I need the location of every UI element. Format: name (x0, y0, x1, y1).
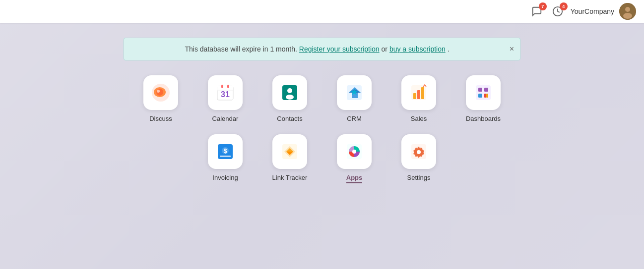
activity-icon-button[interactable]: 4 (550, 3, 566, 19)
svg-point-7 (157, 90, 160, 93)
apps-row-1: Discuss 31 Calendar (133, 75, 511, 122)
banner-close-button[interactable]: × (510, 45, 514, 53)
svg-rect-14 (227, 85, 229, 88)
discuss-badge: 7 (539, 2, 547, 10)
app-sales[interactable]: Sales (391, 75, 446, 122)
svg-point-3 (623, 13, 632, 19)
svg-rect-27 (484, 94, 486, 98)
app-crm[interactable]: CRM (327, 75, 382, 122)
settings-app-label: Settings (407, 174, 431, 181)
settings-app-icon (401, 134, 436, 169)
svg-rect-21 (417, 90, 420, 99)
apps-container: Discuss 31 Calendar (0, 75, 644, 183)
contacts-app-icon (272, 75, 307, 110)
banner-text-before: This database will expire in 1 month. (185, 45, 297, 53)
svg-point-17 (286, 95, 294, 100)
activity-badge: 4 (560, 2, 568, 10)
app-dashboards[interactable]: Dashboards (456, 75, 511, 122)
discuss-app-icon (143, 75, 178, 110)
dashboards-app-icon (466, 75, 501, 110)
banner-text-after: . (448, 45, 450, 53)
discuss-icon-button[interactable]: 7 (529, 3, 545, 19)
svg-rect-22 (421, 87, 424, 99)
app-discuss[interactable]: Discuss (133, 75, 188, 122)
svg-rect-26 (478, 94, 482, 98)
svg-rect-13 (221, 85, 223, 88)
svg-point-38 (417, 150, 421, 154)
apps-app-label: Apps (346, 174, 363, 183)
svg-rect-20 (413, 93, 416, 99)
expiry-banner: This database will expire in 1 month. Re… (124, 38, 520, 60)
svg-point-2 (625, 7, 630, 12)
svg-rect-28 (486, 94, 488, 98)
app-contacts[interactable]: Contacts (262, 75, 317, 122)
svg-rect-23 (476, 85, 491, 100)
link-tracker-app-label: Link Tracker (272, 174, 308, 181)
discuss-app-label: Discuss (149, 115, 172, 122)
invoicing-app-label: Invoicing (212, 174, 238, 181)
buy-subscription-link[interactable]: buy a subscription (389, 45, 446, 53)
register-subscription-link[interactable]: Register your subscription (299, 45, 380, 53)
navbar: 7 4 YourCompany (0, 0, 644, 23)
sales-app-icon (401, 75, 436, 110)
user-avatar[interactable] (619, 3, 636, 20)
apps-row-2: $ Invoicing Link Tracker (198, 134, 446, 183)
svg-text:31: 31 (221, 90, 230, 99)
app-calendar[interactable]: 31 Calendar (198, 75, 253, 122)
svg-text:$: $ (223, 147, 227, 155)
svg-rect-24 (478, 88, 482, 92)
dashboards-app-label: Dashboards (466, 115, 501, 122)
app-link-tracker[interactable]: Link Tracker (262, 134, 317, 181)
link-tracker-app-icon (272, 134, 307, 169)
nav-icons: 7 4 YourCompany (529, 3, 636, 20)
app-settings[interactable]: Settings (391, 134, 446, 181)
crm-app-label: CRM (347, 115, 362, 122)
svg-rect-32 (220, 156, 231, 157)
svg-rect-25 (484, 88, 488, 92)
app-apps[interactable]: Apps (327, 134, 382, 183)
calendar-app-icon: 31 (208, 75, 243, 110)
svg-point-35 (352, 150, 356, 154)
banner-text-middle: or (382, 45, 389, 53)
app-invoicing[interactable]: $ Invoicing (198, 134, 253, 181)
svg-point-16 (287, 88, 292, 93)
apps-app-icon (337, 134, 372, 169)
invoicing-app-icon: $ (208, 134, 243, 169)
company-name[interactable]: YourCompany (571, 7, 614, 15)
svg-rect-10 (217, 86, 233, 90)
sales-app-label: Sales (411, 115, 427, 122)
calendar-app-label: Calendar (212, 115, 239, 122)
crm-app-icon (337, 75, 372, 110)
contacts-app-label: Contacts (277, 115, 302, 122)
